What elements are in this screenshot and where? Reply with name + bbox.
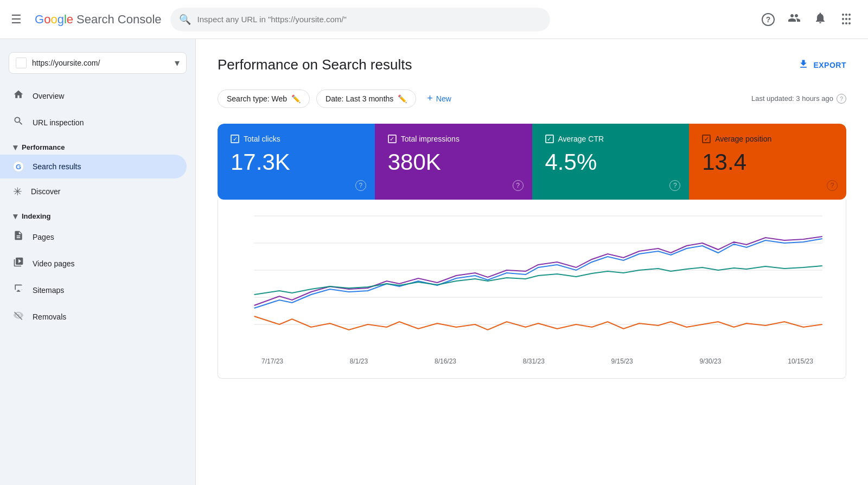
chart-label-6: 10/15/23 [788, 358, 813, 365]
search-icon: 🔍 [179, 14, 191, 25]
performance-section-header[interactable]: ▾ Performance [0, 136, 195, 155]
users-icon-btn[interactable] [783, 9, 805, 30]
sidebar-item-pages[interactable]: Pages [0, 224, 187, 250]
collapse-icon: ▾ [13, 211, 17, 221]
sidebar-item-video-pages[interactable]: Video pages [0, 250, 187, 277]
url-search-bar[interactable]: 🔍 [170, 8, 550, 31]
site-favicon [16, 58, 27, 68]
apps-icon-btn[interactable] [835, 9, 857, 30]
notifications-icon-btn[interactable] [809, 9, 831, 30]
pages-icon [13, 230, 24, 244]
menu-icon[interactable]: ☰ [11, 12, 22, 27]
impressions-help-icon[interactable]: ? [513, 180, 524, 191]
video-pages-icon [13, 257, 24, 270]
search-type-filter[interactable]: Search type: Web ✏️ [218, 90, 310, 108]
indexing-section-header[interactable]: ▾ Indexing [0, 205, 195, 224]
metric-card-position[interactable]: ✓ Average position 13.4 ? [689, 124, 846, 200]
apps-icon [840, 11, 853, 27]
bell-icon [814, 11, 827, 27]
main-layout: https://yoursite.com/ ▾ Overview URL ins… [0, 39, 868, 485]
help-icon-btn[interactable]: ? [757, 9, 779, 30]
indexing-section-items: Pages Video pages Sitemaps Removals [0, 224, 195, 330]
search-icon [13, 116, 24, 129]
clicks-label: Total clicks [244, 135, 280, 143]
clicks-checkbox[interactable]: ✓ [231, 135, 239, 143]
last-updated: Last updated: 3 hours ago ? [751, 94, 846, 104]
metric-ctr-header: ✓ Average CTR [545, 135, 676, 143]
metric-clicks-header: ✓ Total clicks [231, 135, 362, 143]
sidebar-item-overview-label: Overview [33, 92, 64, 100]
ctr-help-icon[interactable]: ? [669, 180, 680, 191]
impressions-label: Total impressions [401, 135, 459, 143]
new-filter-label: New [436, 94, 451, 103]
position-help-icon[interactable]: ? [827, 180, 838, 191]
sitemaps-icon [13, 283, 24, 297]
position-label: Average position [715, 135, 771, 143]
topbar-actions: ? [757, 9, 857, 30]
chart-label-3: 8/31/23 [523, 358, 545, 365]
impressions-checkbox[interactable]: ✓ [388, 135, 397, 143]
site-url: https://yoursite.com/ [32, 59, 169, 67]
impressions-value: 380K [388, 150, 519, 175]
chart-x-labels: 7/17/23 8/1/23 8/16/23 8/31/23 9/15/23 9… [229, 353, 835, 365]
sidebar-item-url-inspection[interactable]: URL inspection [0, 109, 187, 136]
sidebar-item-overview[interactable]: Overview [0, 82, 187, 109]
main-content: Performance on Search results EXPORT Sea… [195, 39, 868, 485]
metric-cards: ✓ Total clicks 17.3K ? ✓ Total impressio… [218, 124, 846, 379]
metric-card-impressions[interactable]: ✓ Total impressions 380K ? [375, 124, 532, 200]
sidebar-item-search-results-label: Search results [33, 162, 81, 171]
site-selector[interactable]: https://yoursite.com/ ▾ [9, 52, 187, 74]
logo: Google Search Console [35, 12, 162, 27]
removals-icon [13, 310, 24, 323]
position-checkbox[interactable]: ✓ [702, 135, 711, 143]
edit-icon: ✏️ [291, 94, 301, 103]
edit-icon: ✏️ [398, 94, 407, 103]
ctr-checkbox[interactable]: ✓ [545, 135, 554, 143]
download-icon [798, 59, 809, 71]
metric-impressions-header: ✓ Total impressions [388, 135, 519, 143]
chart-area: 7/17/23 8/1/23 8/16/23 8/31/23 9/15/23 9… [218, 200, 846, 379]
filters-bar: Search type: Web ✏️ Date: Last 3 months … [218, 88, 846, 109]
metric-position-header: ✓ Average position [702, 135, 833, 143]
export-label: EXPORT [813, 61, 846, 69]
help-circle-icon[interactable]: ? [837, 94, 846, 104]
google-g-icon: G [13, 161, 24, 172]
date-label: Date: Last 3 months [326, 94, 393, 103]
ctr-label: Average CTR [558, 135, 604, 143]
chart-label-5: 9/30/23 [699, 358, 721, 365]
sidebar-item-sitemaps-label: Sitemaps [33, 286, 64, 295]
last-updated-text: Last updated: 3 hours ago [751, 94, 833, 103]
export-button[interactable]: EXPORT [798, 59, 846, 71]
topbar: ☰ Google Search Console 🔍 ? [0, 0, 868, 39]
search-type-label: Search type: Web [227, 94, 287, 103]
sidebar-item-removals[interactable]: Removals [0, 303, 187, 330]
sidebar-item-search-results[interactable]: G Search results [0, 155, 187, 178]
performance-section-items: G Search results ✳ Discover [0, 155, 195, 205]
chart-label-4: 9/15/23 [611, 358, 633, 365]
sidebar-item-url-inspection-label: URL inspection [33, 118, 84, 127]
chart-label-1: 8/1/23 [350, 358, 368, 365]
page-title: Performance on Search results [218, 56, 412, 73]
chart-label-2: 8/16/23 [435, 358, 456, 365]
chart-label-0: 7/17/23 [261, 358, 283, 365]
discover-icon: ✳ [13, 185, 22, 198]
metric-card-ctr[interactable]: ✓ Average CTR 4.5% ? [532, 124, 690, 200]
sidebar: https://yoursite.com/ ▾ Overview URL ins… [0, 39, 195, 485]
position-value: 13.4 [702, 150, 833, 175]
clicks-help-icon[interactable]: ? [355, 180, 366, 191]
sidebar-item-removals-label: Removals [33, 312, 66, 321]
users-icon [788, 11, 801, 27]
home-icon [13, 89, 24, 103]
url-search-input[interactable] [197, 15, 541, 24]
chevron-down-icon: ▾ [175, 57, 180, 69]
new-filter-button[interactable]: + New [423, 88, 456, 109]
date-filter[interactable]: Date: Last 3 months ✏️ [316, 90, 416, 108]
metric-card-clicks[interactable]: ✓ Total clicks 17.3K ? [218, 124, 375, 200]
plus-icon: + [427, 93, 433, 104]
performance-section-label: Performance [22, 143, 65, 151]
sidebar-item-sitemaps[interactable]: Sitemaps [0, 277, 187, 303]
help-icon: ? [762, 13, 775, 26]
chart-svg [229, 210, 835, 352]
app-name: Search Console [76, 12, 162, 27]
sidebar-item-discover[interactable]: ✳ Discover [0, 178, 187, 205]
